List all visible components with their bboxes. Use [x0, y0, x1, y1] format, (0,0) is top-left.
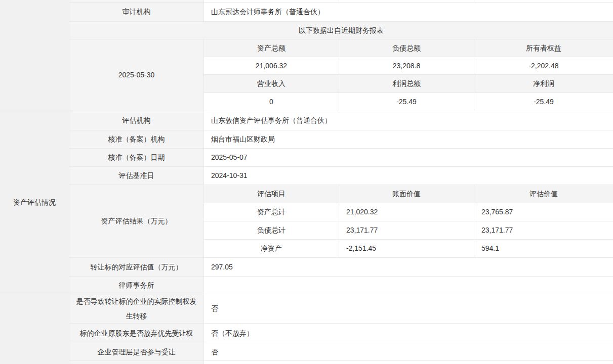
eval-book-total-assets: 21,020.32	[339, 203, 474, 221]
financial-value-total-liabilities: 23,208.8	[339, 57, 474, 75]
financial-header-total-liabilities: 负债总额	[339, 39, 474, 57]
eval-value-total-liabilities: 23,171.77	[474, 221, 613, 240]
financial-value-total-profit: -25.49	[339, 93, 474, 111]
base-date-label: 评估基准日	[69, 167, 204, 185]
financial-report-date: 2025-05-30	[69, 39, 204, 111]
waive-preemptive-value: 否（不放弃）	[204, 324, 613, 343]
waive-preemptive-label: 标的企业原股东是否放弃优先受让权	[69, 324, 204, 343]
eval-header-book-value: 账面价值	[339, 185, 474, 203]
sidebar-section-top	[0, 0, 69, 111]
financial-header-revenue: 营业收入	[204, 75, 339, 93]
law-firm-label: 律师事务所	[69, 277, 204, 294]
management-participation-value: 否	[204, 343, 613, 361]
eval-item-total-assets: 资产总计	[204, 203, 339, 221]
approval-org-value: 烟台市福山区财政局	[204, 130, 613, 149]
control-transfer-value: 否	[204, 294, 613, 324]
financial-value-total-assets: 21,006.32	[204, 57, 339, 75]
eval-item-net-assets: 净资产	[204, 240, 339, 258]
audit-org-value: 山东冠达会计师事务所（普通合伙）	[204, 3, 613, 22]
eval-agency-value: 山东敦信资产评估事务所（普通合伙）	[204, 111, 613, 130]
asset-transfer-detail-table: 资产评估情况 审计机构 山东冠达会计师事务所（普通合伙） 以下数据出自近期财务报…	[0, 0, 613, 364]
financial-header-owners-equity: 所有者权益	[474, 39, 613, 57]
financial-value-net-profit: -25.49	[474, 93, 613, 111]
eval-book-net-assets: -2,151.45	[339, 240, 474, 258]
eval-result-label: 资产评估结果（万元）	[69, 185, 204, 258]
cutoff-bottom-cell	[204, 361, 613, 364]
approval-org-label: 核准（备案）机构	[69, 130, 204, 149]
financial-value-owners-equity: -2,202.48	[474, 57, 613, 75]
audit-org-label: 审计机构	[69, 3, 204, 22]
eval-agency-label: 评估机构	[69, 111, 204, 130]
eval-header-eval-value: 评估价值	[474, 185, 613, 203]
eval-book-total-liabilities: 23,171.77	[339, 221, 474, 240]
financial-value-revenue: 0	[204, 93, 339, 111]
financial-header-total-profit: 利润总额	[339, 75, 474, 93]
financial-note: 以下数据出自近期财务报表	[69, 22, 613, 39]
eval-value-total-assets: 23,765.87	[474, 203, 613, 221]
sidebar-section-asset-evaluation: 资产评估情况	[0, 111, 69, 294]
approval-date-value: 2025-05-07	[204, 149, 613, 167]
transfer-value-value: 297.05	[204, 258, 613, 277]
financial-header-total-assets: 资产总额	[204, 39, 339, 57]
approval-date-label: 核准（备案）日期	[69, 149, 204, 167]
law-firm-value	[204, 277, 613, 294]
eval-item-total-liabilities: 负债总计	[204, 221, 339, 240]
eval-header-item: 评估项目	[204, 185, 339, 203]
management-participation-label: 企业管理层是否参与受让	[69, 343, 204, 361]
sidebar-section-bottom	[0, 294, 69, 364]
cutoff-bottom-label-cell	[69, 361, 204, 364]
section-label: 资产评估情况	[13, 197, 56, 207]
financial-header-net-profit: 净利润	[474, 75, 613, 93]
transfer-value-label: 转让标的对应评估值（万元）	[69, 258, 204, 277]
eval-value-net-assets: 594.1	[474, 240, 613, 258]
control-transfer-label: 是否导致转让标的企业的实际控制权发生转移	[69, 294, 204, 324]
base-date-value: 2024-10-31	[204, 167, 613, 185]
